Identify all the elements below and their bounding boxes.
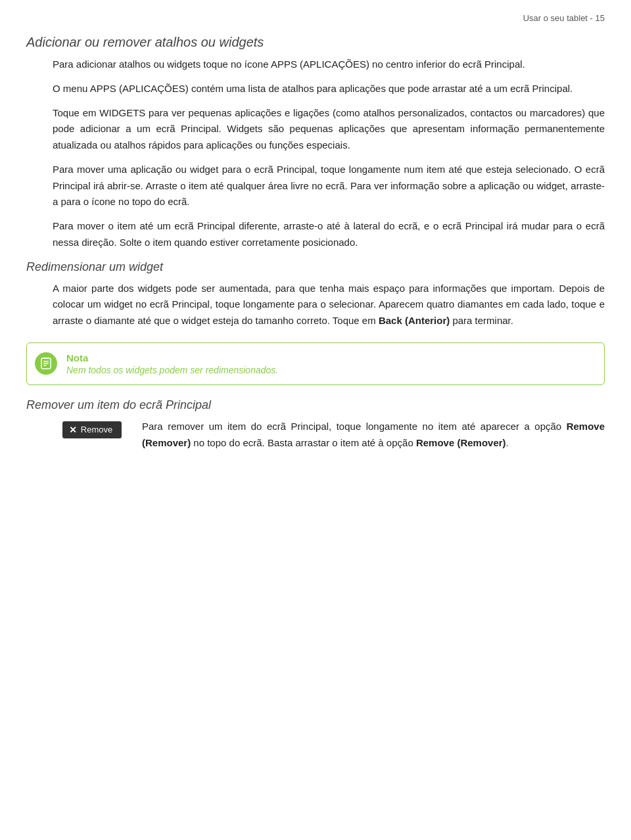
page-header: Usar o seu tablet - 15: [26, 13, 605, 23]
remover-bold-2: (Remover): [457, 437, 505, 448]
resize-text-after: para terminar.: [450, 315, 513, 326]
svg-rect-3: [43, 363, 49, 364]
remove-text-block: Para remover um item do ecrã Principal, …: [131, 419, 605, 452]
remove-x-icon: ✕: [69, 425, 77, 435]
remove-period: .: [506, 437, 509, 448]
svg-rect-2: [43, 361, 49, 362]
resize-section-title: Redimensionar um widget: [26, 260, 605, 274]
paragraph-4: Para mover uma aplicação ou widget para …: [53, 162, 605, 210]
note-text: Nem todos os widgets podem ser redimensi…: [66, 365, 594, 375]
remove-section: Remover um item do ecrã Principal ✕ Remo…: [26, 398, 605, 452]
svg-rect-4: [43, 365, 47, 366]
remove-inline-block: ✕ Remove Para remover um item do ecrã Pr…: [53, 419, 605, 452]
resize-paragraph: A maior parte dos widgets pode ser aumen…: [53, 281, 605, 329]
resize-content-block: A maior parte dos widgets pode ser aumen…: [53, 281, 605, 329]
paragraph-2: O menu APPS (APLICAÇÕES) contém uma list…: [53, 81, 605, 97]
paragraph-1: Para adicionar atalhos ou widgets toque …: [53, 57, 605, 73]
main-section-title: Adicionar ou remover atalhos ou widgets: [26, 35, 605, 50]
resize-text-before: A maior parte dos widgets pode ser aumen…: [53, 283, 605, 327]
note-title: Nota: [66, 352, 594, 363]
back-bold: Back (Anterior): [379, 315, 450, 326]
note-box: Nota Nem todos os widgets podem ser redi…: [26, 342, 605, 385]
remove-bold-2: Remove: [416, 437, 454, 448]
remove-bold: Remove: [567, 421, 605, 432]
remover-bold: (Remover): [142, 437, 191, 448]
remove-button-block: ✕ Remove: [53, 421, 131, 438]
remove-text-before: Para remover um item do ecrã Principal, …: [142, 421, 567, 432]
remove-button-label: Remove: [81, 425, 112, 434]
remove-text-after: no topo do ecrã. Basta arrastar o item a…: [191, 437, 416, 448]
note-icon: [35, 352, 57, 375]
paragraph-5: Para mover o item até um ecrã Principal …: [53, 218, 605, 251]
remove-section-title: Remover um item do ecrã Principal: [26, 398, 605, 412]
remove-button: ✕ Remove: [62, 421, 122, 438]
main-content-block: Para adicionar atalhos ou widgets toque …: [53, 57, 605, 251]
paragraph-3: Toque em WIDGETS para ver pequenas aplic…: [53, 105, 605, 154]
